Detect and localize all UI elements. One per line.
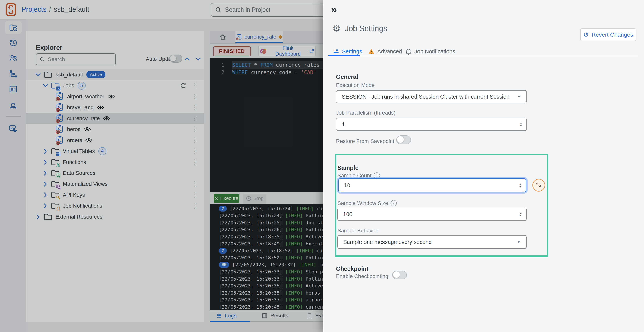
stop-button[interactable]: Stop — [243, 194, 266, 203]
chevron-down-icon[interactable] — [42, 82, 48, 89]
tree-item-orders[interactable]: orders⋮ — [26, 135, 204, 146]
chevron-right-icon[interactable] — [42, 192, 48, 198]
number-spinner[interactable]: ▲▼ — [520, 122, 522, 127]
enable-checkpointing-toggle[interactable] — [392, 271, 407, 280]
tree-item-data-sources[interactable]: Data Sources — [26, 168, 204, 178]
log-line: 2[22/05/2023, 15:18:52] [INFO] cur — [219, 247, 325, 254]
chevron-right-icon[interactable] — [42, 170, 48, 176]
info-icon[interactable]: i — [390, 200, 397, 206]
tree-item-heros[interactable]: heros⋮ — [26, 124, 204, 135]
kebab-menu-icon[interactable]: ⋮ — [192, 136, 198, 144]
revert-changes-button[interactable]: ↺ Revert Changes — [580, 28, 636, 41]
auto-update-toggle[interactable] — [169, 54, 182, 62]
tab-job-notifications[interactable]: Job Notifications — [405, 47, 455, 56]
job-parallelism-input[interactable]: 1 ▲▼ — [336, 118, 527, 131]
kebab-menu-icon[interactable]: ⋮ — [192, 180, 198, 188]
tab-advanced[interactable]: Advanced — [368, 47, 402, 56]
home-tab[interactable] — [210, 31, 236, 43]
drawer-title: Job Settings — [345, 24, 387, 33]
log-line: [22/05/2023, 15:18:49] [INFO] Executi — [219, 240, 326, 247]
eye-icon[interactable] — [108, 94, 115, 99]
rail-divider — [6, 116, 21, 117]
eye-icon[interactable] — [103, 116, 110, 121]
tab-settings[interactable]: Settings — [333, 47, 362, 56]
history-icon[interactable] — [5, 36, 22, 49]
chevron-right-icon[interactable] — [42, 159, 48, 165]
log-line: 99[22/05/2023, 15:20:32] [INFO] Jo — [219, 261, 325, 268]
tree-item-materialized-views[interactable]: Materialized Views⋮ — [26, 178, 204, 189]
number-spinner[interactable]: ▲▼ — [520, 212, 522, 217]
flink-dashboard-button[interactable]: Flink Dashboard — [258, 46, 316, 56]
folder-bell-icon — [51, 202, 60, 210]
folder-fn-badge-icon: f() — [56, 162, 61, 168]
forms-icon[interactable] — [5, 82, 22, 96]
chevron-right-icon[interactable] — [42, 148, 48, 154]
tree-item-functions[interactable]: f()Functions⋮ — [26, 157, 204, 168]
tree-item-label: Data Sources — [63, 170, 96, 176]
tab-divider — [328, 56, 638, 56]
job-icon — [56, 125, 64, 134]
kebab-menu-icon[interactable]: ⋮ — [192, 158, 198, 166]
execution-mode-select[interactable]: SESSION - Job runs in shared Session Clu… — [336, 90, 527, 103]
kebab-menu-icon[interactable]: ⋮ — [192, 191, 198, 199]
breadcrumb-projects-link[interactable]: Projects — [22, 5, 46, 13]
cloud-resources-icon[interactable] — [5, 98, 22, 111]
chevron-right-icon[interactable] — [35, 214, 41, 220]
explorer-panel: Explorer Auto Update ssb_defaultActiveJo… — [26, 31, 204, 323]
sample-window-size-input[interactable]: 100 ▲▼ — [337, 208, 527, 221]
kebab-menu-icon[interactable]: ⋮ — [192, 202, 198, 210]
tree-item-jobs[interactable]: Jobs5⋮ — [26, 80, 204, 91]
tab-currency-rate[interactable]: currency_rate — [236, 31, 283, 43]
tree-item-brave-jang[interactable]: brave_jang⋮ — [26, 102, 204, 113]
sample-count-input[interactable]: 10 ▲▼ — [338, 178, 526, 192]
kebab-menu-icon[interactable]: ⋮ — [192, 92, 198, 101]
kebab-menu-icon[interactable]: ⋮ — [192, 103, 198, 111]
eye-icon[interactable] — [85, 138, 92, 143]
tree-item-virtual-tables[interactable]: Virtual Tables4⋮ — [26, 146, 204, 157]
refresh-icon[interactable] — [180, 82, 186, 89]
folder-key-badge-icon — [56, 195, 61, 201]
tree-item-api-keys[interactable]: API Keys⋮ — [26, 189, 204, 200]
logs-icon — [216, 313, 222, 319]
tree-item-external-resources[interactable]: External Resources — [26, 211, 204, 222]
tree-item-job-notifications[interactable]: Job Notifications⋮ — [26, 200, 204, 211]
collapse-drawer-button[interactable]: » — [331, 3, 337, 15]
teams-icon[interactable] — [5, 52, 22, 65]
project-search-input[interactable] — [225, 6, 318, 13]
chevron-down-icon[interactable] — [35, 71, 41, 78]
explorer-search-input[interactable] — [48, 56, 100, 62]
tree-item-label: Materialized Views — [63, 181, 108, 187]
folder-bell-badge-icon — [56, 206, 61, 212]
kebab-menu-icon[interactable]: ⋮ — [192, 147, 198, 155]
job-parallelism-label: Job Parallelism (threads) — [336, 110, 396, 116]
kebab-menu-icon[interactable]: ⋮ — [192, 114, 198, 122]
explorer-icon[interactable] — [5, 21, 22, 34]
number-spinner[interactable]: ▲▼ — [519, 183, 522, 188]
kebab-menu-icon[interactable]: ⋮ — [192, 125, 198, 133]
tree-item-airport-weather[interactable]: airport_weather⋮ — [26, 91, 204, 102]
monitoring-icon[interactable] — [5, 122, 22, 135]
tree-item-currency-rate[interactable]: currency_rate⋮ — [26, 113, 204, 124]
chevron-right-icon[interactable] — [42, 203, 48, 209]
kebab-menu-icon[interactable]: ⋮ — [192, 81, 198, 90]
general-heading: General — [336, 73, 358, 80]
lineage-icon[interactable] — [5, 67, 22, 80]
execute-button[interactable]: Execute — [214, 194, 240, 203]
eye-icon[interactable] — [97, 105, 104, 110]
tab-logs[interactable]: Logs — [216, 313, 236, 319]
tab-results[interactable]: Results — [262, 313, 288, 319]
results-icon — [262, 313, 268, 319]
eye-icon[interactable] — [84, 127, 91, 132]
info-icon[interactable]: i — [374, 172, 380, 179]
line-number: 2 — [216, 69, 224, 76]
tree-item-ssb-default[interactable]: ssb_defaultActive — [26, 69, 204, 80]
chevron-down-icon[interactable] — [195, 56, 202, 62]
chevron-up-icon[interactable] — [184, 56, 190, 62]
log-line: [22/05/2023, 15:20:33] [INFO] Stop po — [219, 268, 326, 275]
sample-behavior-select[interactable]: Sample one message every second ▼ — [337, 235, 527, 249]
gear-icon: ⚙ — [332, 23, 340, 33]
chevron-down-icon: ▼ — [517, 95, 521, 99]
chevron-right-icon[interactable] — [42, 181, 48, 187]
flink-squirrel-icon — [260, 47, 267, 55]
restore-savepoint-toggle[interactable] — [396, 135, 411, 144]
